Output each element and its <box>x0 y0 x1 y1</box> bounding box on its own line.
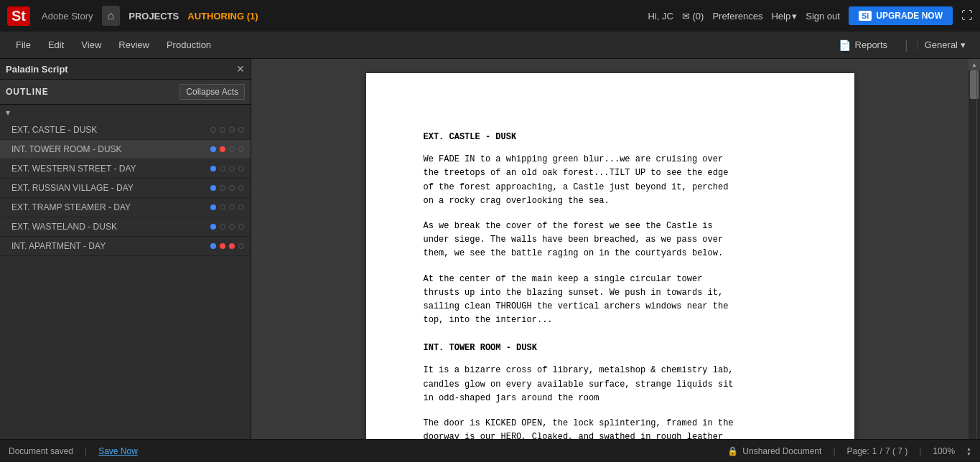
general-label: General <box>925 39 958 50</box>
sidebar-header: Paladin Script ✕ <box>0 59 251 80</box>
main-content: Paladin Script ✕ OUTLINE Collapse Acts ▾… <box>0 59 980 439</box>
dot-blue2 <box>210 166 216 171</box>
doc-saved-label: Document saved <box>9 446 73 456</box>
dot-gray10 <box>220 185 225 191</box>
scene-item[interactable]: EXT. TRAMP STEAMER - DAY <box>0 198 251 217</box>
script-action-4: It is a bizarre cross of library, metals… <box>424 364 811 405</box>
menu-bar-right: 📄 Reports | General ▾ <box>830 37 973 52</box>
scene-name: EXT. CASTLE - DUSK <box>11 125 210 135</box>
zoom-arrows[interactable]: ▲ ▼ <box>966 446 971 456</box>
script-heading-2: INT. TOWER ROOM - DUSK <box>424 341 811 355</box>
scene-dots <box>210 223 245 230</box>
zoom-label: 100% <box>933 446 955 456</box>
dot-gray15 <box>238 204 244 210</box>
hi-label: Hi, JC <box>648 11 673 22</box>
upgrade-button[interactable]: Si UPGRADE NOW <box>849 6 953 25</box>
dot-gray2 <box>220 127 225 133</box>
sidebar: Paladin Script ✕ OUTLINE Collapse Acts ▾… <box>0 59 251 439</box>
script-scroll-area[interactable]: | EXT. CASTLE - DUSK We FADE IN to a whi… <box>251 59 969 439</box>
lock-icon: 🔒 <box>727 446 738 456</box>
sidebar-title: Paladin Script <box>6 64 68 75</box>
dot-gray13 <box>220 204 225 210</box>
scene-dots <box>210 184 245 192</box>
dot-blue6 <box>210 243 216 249</box>
scene-dots <box>210 204 245 211</box>
script-action-5: The door is KICKED OPEN, the lock splint… <box>424 417 811 439</box>
top-bar: St Adobe Story ⌂ PROJECTS AUTHORING (1) … <box>0 0 980 32</box>
save-now-button[interactable]: Save Now <box>98 446 138 456</box>
scene-dots <box>210 126 245 133</box>
dot-gray11 <box>229 185 235 191</box>
general-dropdown[interactable]: General ▾ <box>917 39 973 50</box>
projects-link[interactable]: PROJECTS <box>129 11 179 22</box>
dot-blue4 <box>210 204 216 210</box>
fullscreen-button[interactable]: ⛶ <box>961 9 973 22</box>
outline-bar: OUTLINE Collapse Acts <box>0 80 251 105</box>
dot-gray9 <box>238 166 244 171</box>
scene-item[interactable]: INT. TOWER ROOM - DUSK <box>0 140 251 159</box>
dot-red <box>220 146 225 152</box>
dot-gray14 <box>229 204 235 210</box>
vertical-scrollbar[interactable]: ▲ ▼ <box>969 59 980 439</box>
menu-edit[interactable]: Edit <box>39 32 73 59</box>
scroll-up-arrow[interactable]: ▲ <box>969 59 980 70</box>
editor-area: | EXT. CASTLE - DUSK We FADE IN to a whi… <box>251 59 980 439</box>
scene-item[interactable]: EXT. WASTELAND - DUSK <box>0 217 251 237</box>
scene-name: EXT. WASTELAND - DUSK <box>11 222 210 232</box>
app-name-label: Adobe Story <box>42 11 93 22</box>
scrollbar-thumb[interactable] <box>970 70 979 99</box>
dot-blue <box>210 146 216 152</box>
zoom-down-arrow[interactable]: ▼ <box>966 451 971 456</box>
scrollbar-track[interactable] <box>969 70 980 439</box>
dot-gray1 <box>210 127 216 133</box>
reports-label: Reports <box>855 39 888 50</box>
messages-button[interactable]: ✉ (0) <box>682 11 704 22</box>
dot-red2 <box>220 243 225 249</box>
signout-button[interactable]: Sign out <box>806 11 840 22</box>
zoom-up-arrow[interactable]: ▲ <box>966 446 971 451</box>
status-bar: Document saved | Save Now 🔒 Unshared Doc… <box>0 439 980 462</box>
close-sidebar-button[interactable]: ✕ <box>236 63 245 75</box>
editor-scroll-wrapper: | EXT. CASTLE - DUSK We FADE IN to a whi… <box>251 59 980 439</box>
scene-item[interactable]: EXT. WESTERN STREET - DAY <box>0 159 251 179</box>
top-bar-right: Hi, JC ✉ (0) Preferences Help ▾ Sign out… <box>648 6 973 25</box>
dot-gray4 <box>238 127 244 133</box>
scene-item[interactable]: INT. APARTMENT - DAY <box>0 237 251 256</box>
menu-file[interactable]: File <box>7 32 39 59</box>
dot-gray7 <box>220 166 225 171</box>
preferences-button[interactable]: Preferences <box>712 11 762 22</box>
scene-name: INT. TOWER ROOM - DUSK <box>11 144 210 154</box>
menu-production[interactable]: Production <box>158 32 220 59</box>
page-sep: / <box>880 446 882 456</box>
scene-dots <box>210 146 245 153</box>
home-button[interactable]: ⌂ <box>102 6 121 26</box>
dot-blue5 <box>210 224 216 230</box>
scene-name: EXT. TRAMP STEAMER - DAY <box>11 202 210 212</box>
scene-dots <box>210 242 245 250</box>
scene-item[interactable]: EXT. CASTLE - DUSK <box>0 121 251 140</box>
scene-name: EXT. WESTERN STREET - DAY <box>11 164 210 174</box>
dot-gray3 <box>229 127 235 133</box>
authoring-link[interactable]: AUTHORING (1) <box>187 11 258 22</box>
upgrade-label: UPGRADE NOW <box>876 11 943 21</box>
collapse-acts-button[interactable]: Collapse Acts <box>179 84 245 100</box>
menu-review[interactable]: Review <box>110 32 158 59</box>
page-num: 1 <box>872 446 877 456</box>
help-button[interactable]: Help ▾ <box>771 11 797 22</box>
reports-button[interactable]: 📄 Reports <box>830 39 897 51</box>
outline-expand-arrow[interactable]: ▾ <box>6 108 245 118</box>
dot-red3 <box>229 243 235 249</box>
st-logo: St <box>7 6 30 26</box>
dot-gray5 <box>229 146 235 152</box>
unshared-doc-label: 🔒 Unshared Document <box>727 446 821 456</box>
script-page[interactable]: | EXT. CASTLE - DUSK We FADE IN to a whi… <box>366 73 854 439</box>
dot-gray19 <box>238 243 244 249</box>
status-right: 🔒 Unshared Document | Page: 1 / 7 ( 7 ) … <box>727 446 971 456</box>
dot-gray18 <box>238 224 244 230</box>
page-info: Page: 1 / 7 ( 7 ) <box>847 446 908 456</box>
page-label: Page: <box>847 446 869 456</box>
scene-item[interactable]: EXT. RUSSIAN VILLAGE - DAY <box>0 179 251 198</box>
menu-bar: File Edit View Review Production 📄 Repor… <box>0 32 980 59</box>
menu-view[interactable]: View <box>73 32 110 59</box>
dot-gray6 <box>238 146 244 152</box>
